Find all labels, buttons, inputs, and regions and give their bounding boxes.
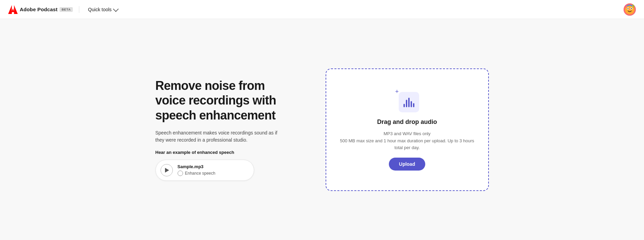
play-button[interactable] bbox=[161, 164, 173, 176]
audio-info: Sample.mp3 Enhance speech bbox=[178, 164, 215, 176]
svg-point-5 bbox=[631, 8, 632, 9]
avatar[interactable] bbox=[624, 3, 636, 16]
beta-badge: BETA bbox=[60, 7, 73, 12]
adobe-logo: Adobe Podcast BETA bbox=[8, 5, 73, 14]
left-section: Remove noise from voice recordings with … bbox=[155, 78, 285, 181]
drop-icon-wrapper: + bbox=[395, 89, 419, 112]
adobe-icon bbox=[8, 5, 18, 14]
svg-point-1 bbox=[625, 5, 634, 14]
header-left: Adobe Podcast BETA Quick tools bbox=[8, 5, 120, 14]
quick-tools-button[interactable]: Quick tools bbox=[85, 5, 120, 14]
main-content: Remove noise from voice recordings with … bbox=[0, 19, 644, 240]
drop-zone[interactable]: + Drag and drop audio MP3 and WAV files … bbox=[326, 68, 489, 191]
plus-icon: + bbox=[395, 89, 399, 95]
svg-point-4 bbox=[628, 8, 629, 9]
sub-description: Speech enhancement makes voice recording… bbox=[155, 129, 285, 144]
upload-button[interactable]: Upload bbox=[389, 158, 425, 171]
avatar-image bbox=[624, 3, 636, 16]
waveform-icon bbox=[403, 97, 414, 107]
wave-bar-4 bbox=[411, 101, 412, 107]
audio-filename: Sample.mp3 bbox=[178, 164, 215, 169]
drop-subtitle: MP3 and WAV files only 500 MB max size a… bbox=[340, 130, 475, 151]
main-heading: Remove noise from voice recordings with … bbox=[155, 78, 285, 123]
drop-title: Drag and drop audio bbox=[377, 118, 437, 126]
brand-name: Adobe Podcast bbox=[20, 6, 57, 12]
wave-bar-1 bbox=[403, 104, 405, 107]
wave-bar-2 bbox=[406, 100, 407, 107]
chevron-down-icon bbox=[113, 6, 119, 12]
audio-action-row: Enhance speech bbox=[178, 171, 215, 176]
action-dot-icon bbox=[178, 171, 183, 176]
quick-tools-label: Quick tools bbox=[88, 7, 112, 12]
example-label: Hear an example of enhanced speech bbox=[155, 150, 285, 155]
wave-bar-5 bbox=[413, 103, 414, 107]
audio-player: Sample.mp3 Enhance speech bbox=[155, 160, 254, 181]
play-icon bbox=[165, 168, 169, 173]
right-section: + Drag and drop audio MP3 and WAV files … bbox=[326, 68, 489, 191]
wave-bar-3 bbox=[408, 98, 410, 107]
audio-action-label: Enhance speech bbox=[185, 171, 215, 176]
audio-file-icon bbox=[399, 92, 419, 112]
nav-divider bbox=[79, 6, 79, 13]
header: Adobe Podcast BETA Quick tools bbox=[0, 0, 644, 19]
